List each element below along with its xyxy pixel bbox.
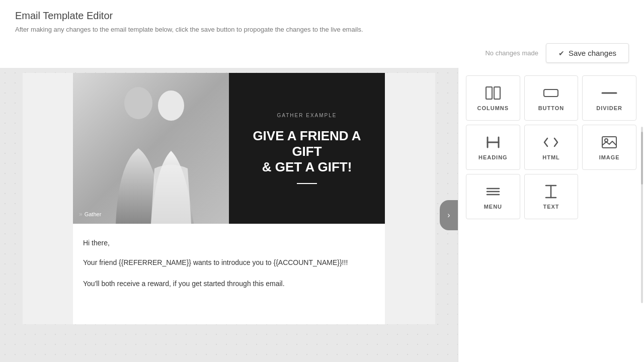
columns-label: COLUMNS [477,105,509,111]
button-icon [543,85,559,101]
page-title: Email Template Editor [15,10,629,22]
gather-logo-text: Gather [85,211,102,217]
image-label: IMAGE [599,154,620,160]
palette-item-image[interactable]: IMAGE [582,125,636,170]
banner-headline: GIVE A FRIEND A GIFT & GET A GIFT! [239,128,375,175]
palette-item-text[interactable]: TEXT [524,174,579,219]
heading-icon [485,134,501,150]
divider-icon [601,85,617,101]
save-checkmark-icon: ✔ [558,49,565,57]
page-subtitle: After making any changes to the email te… [15,26,629,33]
svg-rect-5 [544,89,558,97]
page-header: Email Template Editor After making any c… [0,0,644,38]
svg-rect-4 [494,87,500,99]
email-paragraph-2: You'll both receive a reward, if you get… [83,278,375,289]
banner-photo: » Gather [73,73,229,224]
email-canvas: » Gather GATHER EXAMPLE GIVE A FRIEND A … [23,73,435,324]
gather-chevron-icon: » [79,211,83,218]
palette-item-divider[interactable]: DIVIDER [582,75,636,121]
svg-point-2 [158,90,184,121]
menu-label: MENU [484,204,502,210]
banner-photo-svg [73,73,229,224]
banner-text-panel: GATHER EXAMPLE GIVE A FRIEND A GIFT & GE… [229,73,385,224]
palette-item-menu[interactable]: MENU [466,174,520,219]
toolbar: No changes made ✔ Save changes [0,38,644,68]
text-icon [543,184,559,200]
html-label: HTML [542,154,560,160]
no-changes-label: No changes made [485,49,538,57]
banner-headline-line2: & GET A GIFT! [262,159,352,174]
palette-scrollbar[interactable] [641,127,643,303]
banner-underline [297,183,317,184]
palette-item-button[interactable]: BUTTON [524,75,579,121]
menu-icon [485,184,501,200]
scroll-arrow-icon: › [447,211,450,220]
palette-scrollbar-thumb [641,132,643,185]
divider-label: DIVIDER [596,105,622,111]
columns-icon [485,85,501,101]
save-button-label: Save changes [569,49,616,57]
email-inner: » Gather GATHER EXAMPLE GIVE A FRIEND A … [73,73,385,324]
email-greeting: Hi there, [83,239,375,247]
email-preview-wrapper: » Gather GATHER EXAMPLE GIVE A FRIEND A … [0,68,458,362]
palette-item-html[interactable]: HTML [524,125,579,170]
scroll-handle[interactable]: › [440,200,458,230]
element-palette: COLUMNS BUTTON DIVIDER [458,68,644,362]
palette-item-columns[interactable]: COLUMNS [466,75,520,121]
heading-label: HEADING [478,154,508,160]
palette-item-heading[interactable]: HEADING [466,125,520,170]
svg-rect-10 [602,137,616,148]
html-icon [543,134,559,150]
banner-gather-logo: » Gather [79,211,101,218]
main-content: » Gather GATHER EXAMPLE GIVE A FRIEND A … [0,68,644,362]
banner-headline-line1: GIVE A FRIEND A GIFT [253,128,361,159]
palette-grid: COLUMNS BUTTON DIVIDER [466,75,636,219]
email-paragraph-1: Your friend {{REFERRER_NAME}} wants to i… [83,257,375,268]
image-icon [601,134,617,150]
button-label: BUTTON [538,105,565,111]
email-banner: » Gather GATHER EXAMPLE GIVE A FRIEND A … [73,73,385,224]
save-button[interactable]: ✔ Save changes [546,43,629,63]
svg-rect-3 [486,87,492,99]
banner-gather-label: GATHER EXAMPLE [277,113,337,118]
text-label: TEXT [543,204,559,210]
svg-point-1 [124,87,152,119]
email-body: Hi there, Your friend {{REFERRER_NAME}} … [73,224,385,315]
